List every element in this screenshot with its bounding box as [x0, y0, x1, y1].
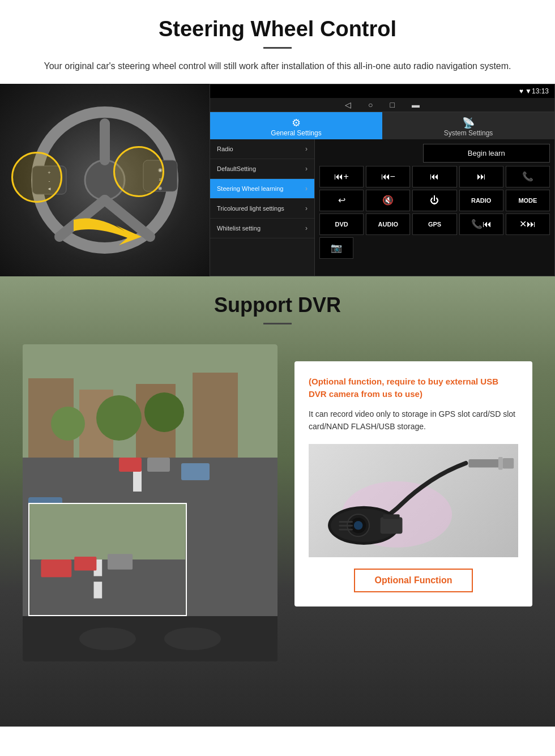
ctrl-radio[interactable]: RADIO — [459, 190, 503, 211]
menu-item-default[interactable]: DefaultSetting › — [210, 159, 314, 179]
nav-home[interactable]: ○ — [368, 100, 373, 109]
begin-learn-button[interactable]: Begin learn — [423, 144, 550, 163]
svg-point-33 — [164, 627, 221, 650]
dvr-title: Support DVR — [0, 293, 555, 317]
menu-list: Radio › DefaultSetting › Steering Wheel … — [210, 139, 315, 276]
menu-item-radio-label: Radio — [217, 146, 233, 152]
svg-rect-43 — [498, 457, 503, 469]
steering-title: Steering Wheel Control — [23, 17, 532, 41]
svg-point-19 — [144, 392, 184, 432]
svg-rect-17 — [193, 373, 238, 458]
menu-item-light[interactable]: Tricoloured light settings › — [210, 199, 314, 219]
dvr-small-photo — [28, 503, 187, 616]
ctrl-audio[interactable]: AUDIO — [366, 213, 410, 235]
dvr-info-card: (Optional function, require to buy exter… — [294, 361, 532, 607]
ctrl-phone[interactable]: 📞 — [506, 166, 550, 187]
svg-rect-39 — [108, 554, 133, 569]
ctrl-grid-row2: ↩ 🔇 ⏻ RADIO MODE — [319, 190, 550, 211]
svg-rect-37 — [94, 582, 103, 598]
menu-item-light-label: Tricoloured light settings — [217, 205, 284, 212]
svg-rect-50 — [381, 518, 403, 534]
steering-description: Your original car's steering wheel contr… — [23, 59, 532, 74]
ctrl-power[interactable]: ⏻ — [412, 190, 456, 211]
android-status-bar: ♥ ▼ 13:13 — [210, 84, 554, 98]
dvr-title-area: Support DVR — [0, 276, 555, 333]
tab-system-label: System Settings — [444, 129, 493, 137]
dvr-small-photo-svg — [29, 504, 186, 615]
yellow-arrow — [68, 208, 147, 254]
ctrl-next-track[interactable]: ⏭ — [459, 166, 503, 187]
dvr-left — [23, 344, 278, 661]
menu-item-whitelist[interactable]: Whitelist setting › — [210, 219, 314, 238]
road-scene — [23, 344, 278, 661]
control-panel: Begin learn ⏮+ ⏮− ⏮ ⏭ 📞 ↩ 🔇 ⏻ RADIO MODE — [315, 139, 554, 276]
menu-item-steering[interactable]: Steering Wheel learning › — [210, 179, 314, 199]
menu-chevron-radio: › — [305, 145, 308, 153]
steering-photo-inner: + - ◄ ◉ ≡ ❋ — [0, 84, 210, 276]
menu-chevron-default: › — [305, 165, 308, 173]
svg-rect-52 — [339, 521, 353, 523]
ctrl-prev-track[interactable]: ⏮ — [412, 166, 456, 187]
tab-system[interactable]: 📡 System Settings — [382, 112, 554, 139]
yellow-circle-left — [11, 152, 62, 203]
menu-item-whitelist-label: Whitelist setting — [217, 225, 261, 232]
begin-learn-row: Begin learn — [319, 144, 550, 163]
status-icons: ♥ ▼ — [519, 87, 532, 95]
svg-point-49 — [354, 521, 363, 530]
ctrl-vol-up[interactable]: ⏮+ — [319, 166, 364, 187]
ctrl-mode[interactable]: MODE — [506, 190, 550, 211]
menu-chevron-whitelist: › — [305, 224, 308, 232]
svg-rect-40 — [41, 559, 71, 577]
svg-rect-51 — [383, 515, 399, 519]
ctrl-vol-down[interactable]: ⏮− — [366, 166, 410, 187]
ctrl-grid-row3: DVD AUDIO GPS 📞⏮ ✕⏭ — [319, 213, 550, 235]
system-settings-icon: 📡 — [385, 117, 552, 129]
svg-rect-44 — [503, 458, 514, 469]
dvr-divider — [263, 323, 292, 324]
dvr-section: Support DVR — [0, 276, 555, 727]
dvr-desc-text: It can record video only to storage in G… — [309, 408, 518, 433]
nav-back[interactable]: ◁ — [345, 100, 351, 109]
ctrl-camera[interactable]: 📷 — [319, 237, 353, 259]
ctrl-gps[interactable]: GPS — [412, 213, 456, 235]
status-time: 13:13 — [532, 87, 549, 95]
ctrl-x-next[interactable]: ✕⏭ — [506, 213, 550, 235]
ctrl-mute[interactable]: 🔇 — [366, 190, 410, 211]
steering-section: Steering Wheel Control Your original car… — [0, 0, 555, 74]
steering-photo: + - ◄ ◉ ≡ ❋ — [0, 84, 210, 276]
nav-menu[interactable]: ▬ — [412, 100, 420, 109]
svg-point-20 — [51, 407, 85, 441]
svg-point-32 — [79, 627, 136, 650]
dvr-content: (Optional function, require to buy exter… — [0, 333, 555, 673]
ctrl-grid-row1: ⏮+ ⏮− ⏮ ⏭ 📞 — [319, 166, 550, 187]
tab-general[interactable]: ⚙ General Settings — [210, 112, 382, 139]
svg-rect-31 — [23, 616, 278, 661]
svg-rect-22 — [133, 469, 142, 492]
nav-recent[interactable]: □ — [390, 100, 395, 109]
ctrl-back[interactable]: ↩ — [319, 190, 364, 211]
svg-rect-38 — [74, 557, 96, 571]
svg-rect-28 — [181, 463, 210, 480]
android-nav-bar: ◁ ○ □ ▬ — [210, 98, 554, 112]
tab-general-label: General Settings — [271, 129, 321, 137]
ctrl-extra-row: 📷 — [319, 237, 550, 259]
optional-function-button[interactable]: Optional Function — [354, 569, 473, 592]
dvr-optional-text: (Optional function, require to buy exter… — [309, 375, 518, 401]
menu-item-default-label: DefaultSetting — [217, 165, 256, 172]
steering-divider — [263, 47, 292, 49]
svg-rect-54 — [339, 529, 353, 531]
svg-rect-42 — [468, 459, 501, 468]
android-content: Radio › DefaultSetting › Steering Wheel … — [210, 139, 554, 276]
ctrl-phone-prev[interactable]: 📞⏮ — [459, 213, 503, 235]
android-ui: ♥ ▼ 13:13 ◁ ○ □ ▬ ⚙ General Settings 📡 S… — [210, 84, 555, 276]
dvr-main-photo — [23, 344, 278, 661]
svg-point-18 — [96, 395, 142, 441]
menu-item-radio[interactable]: Radio › — [210, 139, 314, 159]
svg-rect-53 — [339, 525, 353, 527]
menu-item-steering-label: Steering Wheel learning — [217, 185, 283, 192]
steering-composite: + - ◄ ◉ ≡ ❋ ♥ ▼ 13:13 ◁ — [0, 84, 555, 276]
android-tabs: ⚙ General Settings 📡 System Settings — [210, 112, 554, 139]
ctrl-dvd[interactable]: DVD — [319, 213, 364, 235]
svg-rect-27 — [147, 458, 170, 472]
svg-rect-26 — [119, 458, 142, 472]
